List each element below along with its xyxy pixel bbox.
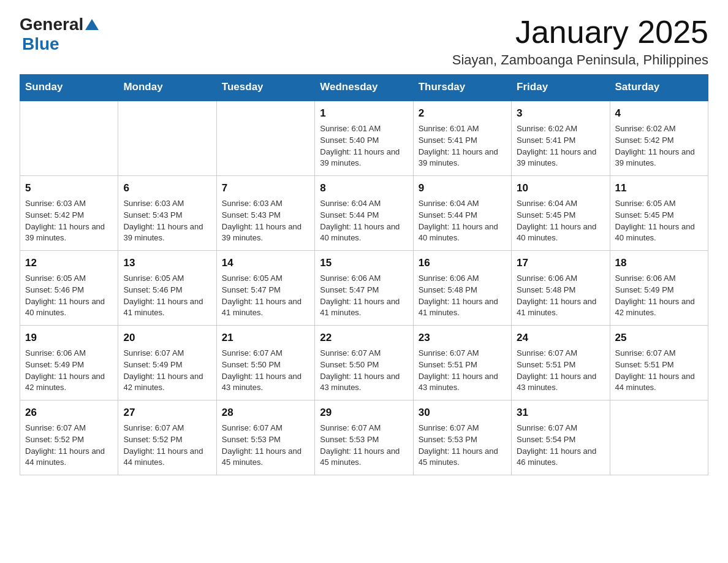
day-detail: Sunrise: 6:04 AM Sunset: 5:44 PM Dayligh… <box>419 198 506 244</box>
day-detail: Sunrise: 6:07 AM Sunset: 5:49 PM Dayligh… <box>123 348 211 394</box>
day-number: 22 <box>320 331 408 346</box>
day-detail: Sunrise: 6:04 AM Sunset: 5:44 PM Dayligh… <box>320 198 408 244</box>
day-detail: Sunrise: 6:06 AM Sunset: 5:48 PM Dayligh… <box>419 273 506 319</box>
calendar-cell: 1Sunrise: 6:01 AM Sunset: 5:40 PM Daylig… <box>315 101 413 176</box>
day-detail: Sunrise: 6:02 AM Sunset: 5:42 PM Dayligh… <box>615 123 703 169</box>
calendar-cell: 30Sunrise: 6:07 AM Sunset: 5:53 PM Dayli… <box>413 400 511 475</box>
day-detail: Sunrise: 6:07 AM Sunset: 5:51 PM Dayligh… <box>517 348 604 394</box>
calendar-cell: 3Sunrise: 6:02 AM Sunset: 5:41 PM Daylig… <box>512 101 610 176</box>
week-row-5: 26Sunrise: 6:07 AM Sunset: 5:52 PM Dayli… <box>20 400 708 475</box>
calendar-cell: 9Sunrise: 6:04 AM Sunset: 5:44 PM Daylig… <box>413 176 511 251</box>
day-number: 29 <box>320 405 408 421</box>
day-detail: Sunrise: 6:07 AM Sunset: 5:53 PM Dayligh… <box>419 423 506 469</box>
day-detail: Sunrise: 6:05 AM Sunset: 5:46 PM Dayligh… <box>25 273 113 319</box>
day-detail: Sunrise: 6:07 AM Sunset: 5:52 PM Dayligh… <box>123 423 211 469</box>
calendar-cell: 19Sunrise: 6:06 AM Sunset: 5:49 PM Dayli… <box>20 326 118 400</box>
week-row-3: 12Sunrise: 6:05 AM Sunset: 5:46 PM Dayli… <box>20 251 708 326</box>
day-number: 17 <box>517 256 604 271</box>
day-detail: Sunrise: 6:06 AM Sunset: 5:49 PM Dayligh… <box>615 273 703 319</box>
calendar-cell <box>610 400 708 475</box>
day-number: 14 <box>222 256 309 271</box>
calendar-cell <box>20 101 118 176</box>
day-detail: Sunrise: 6:06 AM Sunset: 5:49 PM Dayligh… <box>25 348 113 394</box>
day-number: 7 <box>222 181 309 196</box>
logo-general-text: General <box>20 15 83 34</box>
day-number: 28 <box>222 405 309 421</box>
day-detail: Sunrise: 6:06 AM Sunset: 5:48 PM Dayligh… <box>517 273 604 319</box>
calendar-cell: 5Sunrise: 6:03 AM Sunset: 5:42 PM Daylig… <box>20 176 118 251</box>
day-number: 11 <box>615 181 703 196</box>
day-detail: Sunrise: 6:07 AM Sunset: 5:52 PM Dayligh… <box>25 423 113 469</box>
day-detail: Sunrise: 6:03 AM Sunset: 5:43 PM Dayligh… <box>222 198 309 244</box>
calendar-cell: 13Sunrise: 6:05 AM Sunset: 5:46 PM Dayli… <box>118 251 216 326</box>
calendar-cell: 31Sunrise: 6:07 AM Sunset: 5:54 PM Dayli… <box>512 400 610 475</box>
day-number: 23 <box>419 331 506 346</box>
calendar-subtitle: Siayan, Zamboanga Peninsula, Philippines <box>452 52 708 68</box>
day-number: 3 <box>517 106 604 121</box>
day-detail: Sunrise: 6:06 AM Sunset: 5:47 PM Dayligh… <box>320 273 408 319</box>
day-detail: Sunrise: 6:07 AM Sunset: 5:50 PM Dayligh… <box>222 348 309 394</box>
calendar-cell: 24Sunrise: 6:07 AM Sunset: 5:51 PM Dayli… <box>512 326 610 400</box>
calendar-cell: 25Sunrise: 6:07 AM Sunset: 5:51 PM Dayli… <box>610 326 708 400</box>
day-number: 16 <box>419 256 506 271</box>
title-area: January 2025 Siayan, Zamboanga Peninsula… <box>452 15 708 68</box>
day-number: 13 <box>123 256 211 271</box>
day-number: 5 <box>25 181 113 196</box>
calendar-title: January 2025 <box>452 15 708 50</box>
day-number: 30 <box>419 405 506 421</box>
col-header-saturday: Saturday <box>610 75 708 101</box>
day-number: 12 <box>25 256 113 271</box>
day-number: 2 <box>419 106 506 121</box>
calendar-cell <box>118 101 216 176</box>
day-detail: Sunrise: 6:05 AM Sunset: 5:46 PM Dayligh… <box>123 273 211 319</box>
day-number: 20 <box>123 331 211 346</box>
day-detail: Sunrise: 6:05 AM Sunset: 5:47 PM Dayligh… <box>222 273 309 319</box>
day-number: 1 <box>320 106 408 121</box>
day-detail: Sunrise: 6:07 AM Sunset: 5:50 PM Dayligh… <box>320 348 408 394</box>
calendar-cell: 26Sunrise: 6:07 AM Sunset: 5:52 PM Dayli… <box>20 400 118 475</box>
col-header-tuesday: Tuesday <box>216 75 314 101</box>
day-number: 8 <box>320 181 408 196</box>
day-number: 24 <box>517 331 604 346</box>
day-number: 4 <box>615 106 703 121</box>
day-detail: Sunrise: 6:03 AM Sunset: 5:42 PM Dayligh… <box>25 198 113 244</box>
calendar-cell: 6Sunrise: 6:03 AM Sunset: 5:43 PM Daylig… <box>118 176 216 251</box>
calendar-cell: 7Sunrise: 6:03 AM Sunset: 5:43 PM Daylig… <box>216 176 314 251</box>
logo-icon-area <box>85 19 99 30</box>
day-detail: Sunrise: 6:01 AM Sunset: 5:41 PM Dayligh… <box>419 123 506 169</box>
week-row-2: 5Sunrise: 6:03 AM Sunset: 5:42 PM Daylig… <box>20 176 708 251</box>
logo-arrow-icon <box>85 19 99 30</box>
day-detail: Sunrise: 6:07 AM Sunset: 5:53 PM Dayligh… <box>320 423 408 469</box>
day-detail: Sunrise: 6:05 AM Sunset: 5:45 PM Dayligh… <box>615 198 703 244</box>
day-detail: Sunrise: 6:07 AM Sunset: 5:53 PM Dayligh… <box>222 423 309 469</box>
calendar-cell: 12Sunrise: 6:05 AM Sunset: 5:46 PM Dayli… <box>20 251 118 326</box>
day-number: 6 <box>123 181 211 196</box>
calendar-cell: 20Sunrise: 6:07 AM Sunset: 5:49 PM Dayli… <box>118 326 216 400</box>
logo: General Blue <box>20 15 99 54</box>
calendar-cell: 4Sunrise: 6:02 AM Sunset: 5:42 PM Daylig… <box>610 101 708 176</box>
col-header-sunday: Sunday <box>20 75 118 101</box>
day-detail: Sunrise: 6:03 AM Sunset: 5:43 PM Dayligh… <box>123 198 211 244</box>
day-number: 26 <box>25 405 113 421</box>
calendar-cell: 23Sunrise: 6:07 AM Sunset: 5:51 PM Dayli… <box>413 326 511 400</box>
day-detail: Sunrise: 6:07 AM Sunset: 5:54 PM Dayligh… <box>517 423 604 469</box>
col-header-friday: Friday <box>512 75 610 101</box>
calendar-cell: 22Sunrise: 6:07 AM Sunset: 5:50 PM Dayli… <box>315 326 413 400</box>
calendar-cell: 27Sunrise: 6:07 AM Sunset: 5:52 PM Dayli… <box>118 400 216 475</box>
calendar-cell: 14Sunrise: 6:05 AM Sunset: 5:47 PM Dayli… <box>216 251 314 326</box>
day-detail: Sunrise: 6:07 AM Sunset: 5:51 PM Dayligh… <box>615 348 703 394</box>
col-header-monday: Monday <box>118 75 216 101</box>
calendar-cell: 10Sunrise: 6:04 AM Sunset: 5:45 PM Dayli… <box>512 176 610 251</box>
calendar-cell: 28Sunrise: 6:07 AM Sunset: 5:53 PM Dayli… <box>216 400 314 475</box>
day-number: 18 <box>615 256 703 271</box>
day-number: 9 <box>419 181 506 196</box>
day-number: 21 <box>222 331 309 346</box>
calendar-cell: 21Sunrise: 6:07 AM Sunset: 5:50 PM Dayli… <box>216 326 314 400</box>
calendar-cell: 2Sunrise: 6:01 AM Sunset: 5:41 PM Daylig… <box>413 101 511 176</box>
calendar-cell: 11Sunrise: 6:05 AM Sunset: 5:45 PM Dayli… <box>610 176 708 251</box>
calendar-cell: 18Sunrise: 6:06 AM Sunset: 5:49 PM Dayli… <box>610 251 708 326</box>
week-row-4: 19Sunrise: 6:06 AM Sunset: 5:49 PM Dayli… <box>20 326 708 400</box>
day-detail: Sunrise: 6:04 AM Sunset: 5:45 PM Dayligh… <box>517 198 604 244</box>
calendar-table: SundayMondayTuesdayWednesdayThursdayFrid… <box>20 74 708 475</box>
day-number: 19 <box>25 331 113 346</box>
